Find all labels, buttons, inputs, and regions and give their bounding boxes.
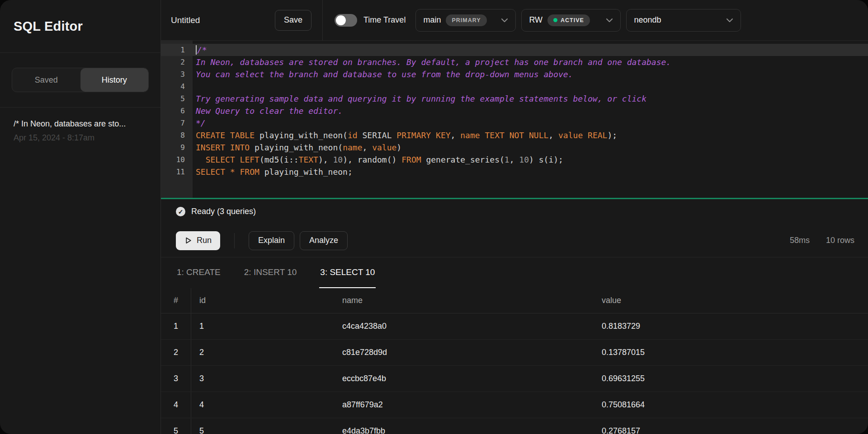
compute-select[interactable]: RW ACTIVE	[521, 9, 621, 32]
code-text: CREATE TABLE playing_with_neon(id SERIAL…	[193, 129, 617, 141]
line-number: 2	[161, 56, 193, 68]
table-cell: 3	[191, 366, 334, 392]
code-token: id	[348, 131, 358, 140]
status-bar: ✓ Ready (3 queries)	[161, 199, 868, 224]
code-line[interactable]: 1/*	[161, 44, 868, 56]
table-cell: 0.2768157	[594, 418, 868, 434]
saved-history-toggle-wrap: Saved History	[0, 53, 160, 107]
code-token: REAL	[588, 131, 607, 140]
code-token: TEXT NOT NULL	[485, 131, 548, 140]
code-token: ,	[362, 143, 372, 152]
code-token: In Neon, databases are stored on branche…	[196, 57, 671, 67]
run-button-label: Run	[197, 236, 212, 245]
table-cell: 1	[191, 313, 334, 339]
code-token: CREATE TABLE	[196, 131, 255, 140]
table-header-row: #idnamevalue	[161, 288, 868, 313]
code-line[interactable]: 3You can select the branch and database …	[161, 68, 868, 80]
tab-history[interactable]: History	[80, 68, 149, 92]
table-row[interactable]: 22c81e728d9d0.13787015	[161, 340, 868, 366]
branch-primary-badge: PRIMARY	[446, 14, 486, 26]
table-row[interactable]: 55e4da3b7fbb0.2768157	[161, 418, 868, 434]
line-number: 4	[161, 80, 193, 93]
code-token: SELECT LEFT	[206, 155, 259, 164]
code-token: value	[558, 131, 583, 140]
code-text	[193, 80, 196, 93]
code-token: TEXT	[299, 155, 318, 164]
table-row[interactable]: 44a87ff679a20.75081664	[161, 392, 868, 418]
line-number: 10	[161, 154, 193, 166]
database-select[interactable]: neondb	[626, 9, 741, 32]
code-token: playing_with_neon(	[250, 143, 343, 152]
table-header-cell: value	[594, 288, 868, 313]
code-token: (md5(i::	[259, 155, 299, 164]
code-line[interactable]: 6New Query to clear the editor.	[161, 105, 868, 117]
query-title: Untitled	[171, 15, 275, 25]
table-row[interactable]: 11c4ca4238a00.8183729	[161, 313, 868, 340]
line-number: 6	[161, 105, 193, 117]
history-item-title: /* In Neon, databases are sto...	[14, 119, 147, 129]
code-token: ), random()	[343, 155, 401, 164]
status-text: Ready (3 queries)	[191, 207, 256, 216]
table-cell: 0.75081664	[594, 392, 868, 418]
active-dot-icon	[553, 18, 557, 22]
time-travel-toggle[interactable]	[335, 14, 357, 27]
code-token: INSERT INTO	[196, 143, 250, 152]
code-token: ,	[451, 131, 461, 140]
code-token	[480, 131, 485, 140]
code-token: 10	[519, 155, 529, 164]
code-token: playing_with_neon;	[259, 167, 353, 177]
code-text: SELECT LEFT(md5(i::TEXT), 10), random() …	[193, 154, 563, 166]
chevron-down-icon	[726, 18, 733, 23]
line-number: 7	[161, 117, 193, 129]
code-token: ) s(i);	[529, 155, 563, 164]
code-text: Try generating sample data and querying …	[193, 93, 646, 105]
save-button[interactable]: Save	[275, 10, 311, 31]
compute-active-badge: ACTIVE	[547, 14, 590, 26]
table-cell: 5	[191, 418, 334, 434]
table-cell: c4ca4238a0	[334, 313, 594, 339]
code-text: /*	[193, 44, 207, 56]
branch-name: main	[423, 15, 441, 25]
code-token: value	[372, 143, 396, 152]
code-text: INSERT INTO playing_with_neon(name, valu…	[193, 141, 401, 154]
topbar: Untitled Save Time Travel main PRIMARY R…	[161, 0, 868, 41]
code-line[interactable]: 5Try generating sample data and querying…	[161, 93, 868, 105]
code-token: FROM	[401, 155, 421, 164]
result-tab[interactable]: 1: CREATE	[176, 257, 222, 288]
code-token: )	[396, 143, 401, 152]
line-number: 5	[161, 93, 193, 105]
code-line[interactable]: 2In Neon, databases are stored on branch…	[161, 56, 868, 68]
line-number: 1	[161, 44, 193, 56]
result-tab[interactable]: 2: INSERT 10	[243, 257, 298, 288]
code-line[interactable]: 10 SELECT LEFT(md5(i::TEXT), 10), random…	[161, 154, 868, 166]
table-cell: e4da3b7fbb	[334, 418, 594, 434]
branch-select[interactable]: main PRIMARY	[415, 9, 516, 32]
sql-editor[interactable]: 1/*2In Neon, databases are stored on bra…	[161, 41, 868, 198]
compute-mode: RW	[529, 15, 542, 25]
code-token: name	[343, 143, 362, 152]
code-line[interactable]: 8CREATE TABLE playing_with_neon(id SERIA…	[161, 129, 868, 141]
code-token: */	[196, 118, 206, 128]
code-token: SERIAL	[358, 131, 397, 140]
history-item[interactable]: /* In Neon, databases are sto...Apr 15, …	[14, 119, 147, 143]
line-number: 3	[161, 68, 193, 80]
code-line[interactable]: 7*/	[161, 117, 868, 129]
run-button[interactable]: Run	[176, 231, 220, 250]
code-line[interactable]: 4	[161, 80, 868, 93]
table-cell: c81e728d9d	[334, 340, 594, 365]
line-number: 11	[161, 166, 193, 178]
code-text: In Neon, databases are stored on branche…	[193, 56, 671, 68]
analyze-button[interactable]: Analyze	[300, 231, 348, 250]
result-tab[interactable]: 3: SELECT 10	[319, 257, 376, 288]
code-line[interactable]: 11SELECT * FROM playing_with_neon;	[161, 166, 868, 178]
explain-button[interactable]: Explain	[249, 231, 294, 250]
results-table: #idnamevalue11c4ca4238a00.818372922c81e7…	[161, 288, 868, 434]
sidebar-header: SQL Editor	[0, 0, 160, 53]
database-name: neondb	[634, 15, 661, 25]
line-number: 8	[161, 129, 193, 141]
code-line[interactable]: 9INSERT INTO playing_with_neon(name, val…	[161, 141, 868, 154]
tab-saved[interactable]: Saved	[12, 68, 80, 92]
table-cell: 0.13787015	[594, 340, 868, 365]
table-row[interactable]: 33eccbc87e4b0.69631255	[161, 366, 868, 392]
topbar-divider	[322, 0, 323, 41]
